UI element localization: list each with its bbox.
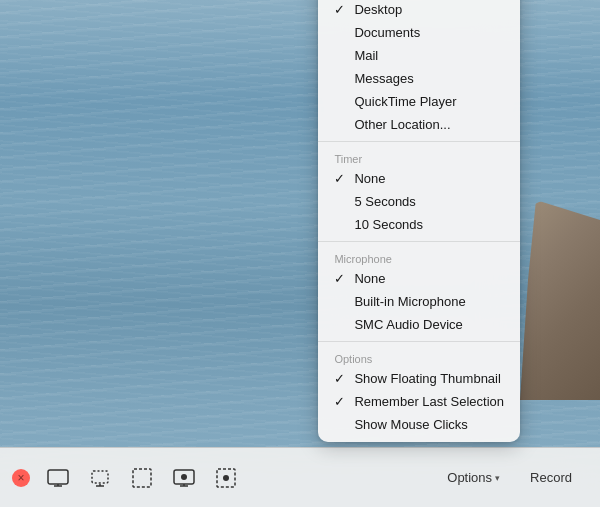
chevron-down-icon: ▾ (495, 473, 500, 483)
divider-1 (318, 141, 520, 142)
menu-item-mic-builtin[interactable]: Built-in Microphone (318, 290, 520, 313)
timer-5sec-label: 5 Seconds (354, 194, 504, 209)
mic-smc-label: SMC Audio Device (354, 317, 504, 332)
menu-item-quicktime[interactable]: QuickTime Player (318, 90, 520, 113)
other-label: Other Location... (354, 117, 504, 132)
menu-item-mouse-clicks[interactable]: Show Mouse Clicks (318, 413, 520, 436)
svg-point-12 (223, 475, 229, 481)
record-label: Record (530, 470, 572, 485)
menu-item-timer-10sec[interactable]: 10 Seconds (318, 213, 520, 236)
mic-none-label: None (354, 271, 504, 286)
menu-item-floating-thumbnail[interactable]: Show Floating Thumbnail (318, 367, 520, 390)
mic-none-checkmark (334, 271, 348, 286)
timer-none-label: None (354, 171, 504, 186)
svg-rect-3 (92, 471, 108, 483)
floating-thumbnail-checkmark (334, 371, 348, 386)
timer-10sec-label: 10 Seconds (354, 217, 504, 232)
capture-screen-button[interactable] (40, 460, 76, 496)
menu-item-mic-none[interactable]: None (318, 267, 520, 290)
microphone-header: Microphone (318, 247, 520, 267)
options-button[interactable]: Options ▾ (437, 464, 510, 492)
mail-label: Mail (354, 48, 504, 63)
capture-portion-icon (130, 466, 154, 490)
menu-item-timer-5sec[interactable]: 5 Seconds (318, 190, 520, 213)
toolbar-icons (12, 460, 433, 496)
remember-selection-checkmark (334, 394, 348, 409)
desktop-label: Desktop (354, 2, 504, 17)
timer-header: Timer (318, 147, 520, 167)
quicktime-label: QuickTime Player (354, 94, 504, 109)
options-dropdown: Save to Desktop Documents Mail Messages … (318, 0, 520, 442)
desktop-checkmark (334, 2, 348, 17)
capture-screen-icon (46, 466, 70, 490)
capture-window-button[interactable] (82, 460, 118, 496)
menu-item-timer-none[interactable]: None (318, 167, 520, 190)
documents-label: Documents (354, 25, 504, 40)
menu-item-other[interactable]: Other Location... (318, 113, 520, 136)
record-portion-button[interactable] (208, 460, 244, 496)
svg-rect-0 (48, 470, 68, 484)
record-portion-icon (214, 466, 238, 490)
options-header: Options (318, 347, 520, 367)
svg-rect-6 (133, 469, 151, 487)
floating-thumbnail-label: Show Floating Thumbnail (354, 371, 504, 386)
svg-point-8 (181, 474, 187, 480)
menu-item-desktop[interactable]: Desktop (318, 0, 520, 21)
capture-window-icon (88, 466, 112, 490)
divider-3 (318, 341, 520, 342)
menu-item-messages[interactable]: Messages (318, 67, 520, 90)
close-button[interactable] (12, 469, 30, 487)
menu-item-mail[interactable]: Mail (318, 44, 520, 67)
record-screen-button[interactable] (166, 460, 202, 496)
mouse-clicks-label: Show Mouse Clicks (354, 417, 504, 432)
toolbar: Options ▾ Record (0, 447, 600, 507)
mic-builtin-label: Built-in Microphone (354, 294, 504, 309)
menu-item-remember-selection[interactable]: Remember Last Selection (318, 390, 520, 413)
capture-portion-button[interactable] (124, 460, 160, 496)
menu-item-mic-smc[interactable]: SMC Audio Device (318, 313, 520, 336)
timer-none-checkmark (334, 171, 348, 186)
menu-item-documents[interactable]: Documents (318, 21, 520, 44)
options-label: Options (447, 470, 492, 485)
remember-selection-label: Remember Last Selection (354, 394, 504, 409)
divider-2 (318, 241, 520, 242)
record-button[interactable]: Record (514, 464, 588, 492)
record-screen-icon (172, 466, 196, 490)
messages-label: Messages (354, 71, 504, 86)
